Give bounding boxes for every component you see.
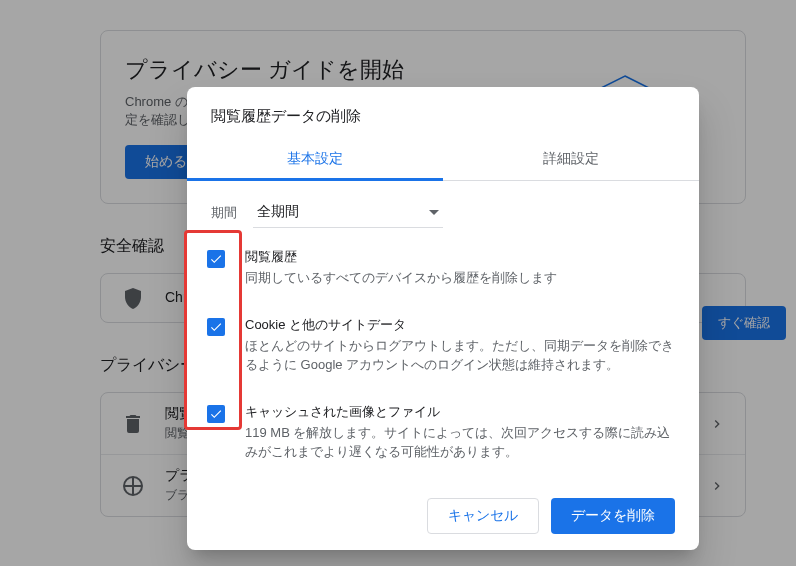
checkbox-row-cookies: Cookie と他のサイトデータ ほとんどのサイトからログアウトします。ただし、… <box>207 316 679 375</box>
chevron-down-icon <box>429 210 439 215</box>
cancel-button[interactable]: キャンセル <box>427 498 539 534</box>
checkbox-history[interactable] <box>207 250 225 268</box>
period-select[interactable]: 全期間 <box>253 197 443 228</box>
dialog-body[interactable]: 期間 全期間 閲覧履歴 同期しているすべてのデバイスから履歴を削除します Coo… <box>187 181 699 482</box>
tab-basic[interactable]: 基本設定 <box>187 138 443 180</box>
dialog-footer: キャンセル データを削除 <box>187 482 699 550</box>
check-title: 閲覧履歴 <box>245 248 679 266</box>
period-value: 全期間 <box>257 203 299 221</box>
dialog-title: 閲覧履歴データの削除 <box>187 87 699 138</box>
check-sub: ほとんどのサイトからログアウトします。ただし、同期データを削除できるように Go… <box>245 336 679 375</box>
check-title: Cookie と他のサイトデータ <box>245 316 679 334</box>
delete-button[interactable]: データを削除 <box>551 498 675 534</box>
period-label: 期間 <box>211 204 237 222</box>
checkbox-row-cache: キャッシュされた画像とファイル 119 MB を解放します。サイトによっては、次… <box>207 403 679 462</box>
checkbox-row-history: 閲覧履歴 同期しているすべてのデバイスから履歴を削除します <box>207 248 679 288</box>
check-sub: 同期しているすべてのデバイスから履歴を削除します <box>245 268 679 288</box>
check-sub: 119 MB を解放します。サイトによっては、次回アクセスする際に読み込みがこれ… <box>245 423 679 462</box>
checkbox-cookies[interactable] <box>207 318 225 336</box>
dialog-tabs: 基本設定 詳細設定 <box>187 138 699 181</box>
checkbox-cache[interactable] <box>207 405 225 423</box>
tab-advanced[interactable]: 詳細設定 <box>443 138 699 180</box>
clear-browsing-data-dialog: 閲覧履歴データの削除 基本設定 詳細設定 期間 全期間 閲覧履歴 同期しているす… <box>187 87 699 550</box>
check-title: キャッシュされた画像とファイル <box>245 403 679 421</box>
